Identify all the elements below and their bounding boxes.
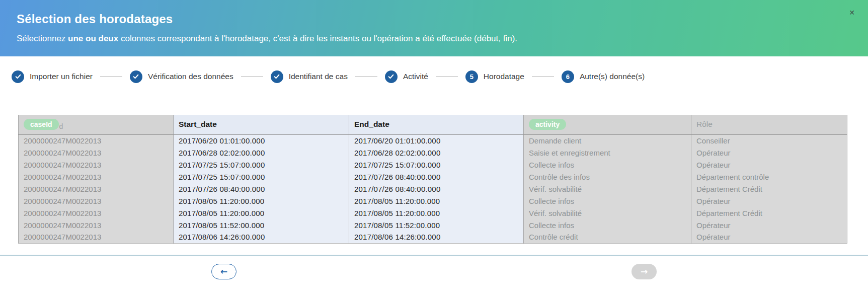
step-number-indicator: 6	[562, 70, 574, 83]
table-cell-caseid: 2000000247M0022013	[19, 195, 174, 207]
table-cell-start-date: 2017/08/05 11:20:00.000	[174, 195, 349, 207]
table-cell-activity: Contrôle crédit	[524, 231, 691, 243]
table-cell-role: Opérateur	[691, 219, 847, 231]
table-cell-end-date: 2017/08/06 14:26:00.000	[349, 231, 524, 243]
dialog-header: Sélection des horodatages Sélectionnez u…	[0, 0, 868, 56]
table-cell-start-date: 2017/07/26 08:40:00.000	[174, 183, 349, 195]
table-cell-activity: Saisie et enregistrement	[524, 146, 691, 159]
stepper-step-4: Activité	[385, 70, 428, 83]
check-icon	[15, 73, 22, 80]
mapping-badge-activity: activity	[529, 119, 566, 130]
mapping-badge-caseid: caseId	[24, 119, 59, 130]
table-row: 2000000247M00220132017/06/20 01:01:00.00…	[19, 134, 847, 146]
stepper-connector	[241, 76, 263, 77]
hidden-column-text: d	[59, 122, 63, 130]
table-cell-activity: Contrôle des infos	[524, 171, 691, 183]
step-label: Identifiant de cas	[289, 72, 348, 81]
column-header-activity[interactable]: activity	[524, 115, 691, 134]
table-row: 2000000247M00220132017/07/25 15:07:00.00…	[19, 159, 847, 171]
table-header-row: caseIddStart_dateEnd_dateactivityRôle	[19, 115, 847, 134]
table-cell-activity: Demande client	[524, 134, 691, 146]
table-row: 2000000247M00220132017/07/26 08:40:00.00…	[19, 183, 847, 195]
table-cell-start-date: 2017/07/25 15:07:00.000	[174, 171, 349, 183]
table-row: 2000000247M00220132017/08/05 11:52:00.00…	[19, 219, 847, 231]
table-cell-activity: Collecte infos	[524, 219, 691, 231]
check-icon	[387, 73, 394, 80]
table-cell-role: Département contrôle	[691, 171, 847, 183]
table-cell-end-date: 2017/06/20 01:01:00.000	[349, 134, 524, 146]
table-row: 2000000247M00220132017/08/05 11:20:00.00…	[19, 207, 847, 219]
step-label: Autre(s) donnée(s)	[580, 72, 645, 81]
stepper-step-2: Vérification des données	[130, 70, 233, 83]
table-cell-end-date: 2017/07/26 08:40:00.000	[349, 183, 524, 195]
step-done-indicator	[12, 70, 24, 83]
stepper-step-5: 5Horodatage	[465, 70, 524, 83]
table-cell-caseid: 2000000247M0022013	[19, 171, 174, 183]
step-label: Vérification des données	[148, 72, 233, 81]
stepper-step-6: 6Autre(s) donnée(s)	[562, 70, 645, 83]
table-cell-end-date: 2017/08/05 11:20:00.000	[349, 195, 524, 207]
table-cell-end-date: 2017/08/05 11:52:00.000	[349, 219, 524, 231]
next-button[interactable]: →	[632, 264, 657, 279]
step-done-indicator	[385, 70, 398, 83]
table-cell-activity: Collecte infos	[524, 195, 691, 207]
column-header-start-date[interactable]: Start_date	[174, 115, 349, 134]
table-cell-start-date: 2017/07/25 15:07:00.000	[174, 159, 349, 171]
table-cell-role: Opérateur	[691, 195, 847, 207]
table-cell-role: Opérateur	[691, 159, 847, 171]
table-cell-caseid: 2000000247M0022013	[19, 207, 174, 219]
timestamp-selection-dialog: Sélection des horodatages Sélectionnez u…	[0, 0, 868, 279]
column-selection-table: caseIddStart_dateEnd_dateactivityRôle200…	[18, 115, 847, 244]
column-header-role[interactable]: Rôle	[691, 115, 847, 134]
table-cell-caseid: 2000000247M0022013	[19, 231, 174, 243]
table-cell-start-date: 2017/08/05 11:20:00.000	[174, 207, 349, 219]
table-cell-caseid: 2000000247M0022013	[19, 183, 174, 195]
column-header-end-date[interactable]: End_date	[349, 115, 524, 134]
stepper-connector	[436, 76, 458, 77]
table-cell-role: Département Crédit	[691, 207, 847, 219]
table-row: 2000000247M00220132017/06/28 02:02:00.00…	[19, 146, 847, 159]
table-cell-activity: Vérif. solvabilité	[524, 183, 691, 195]
page-title: Sélection des horodatages	[17, 12, 868, 26]
table-cell-activity: Collecte infos	[524, 159, 691, 171]
stepper-connector	[100, 76, 122, 77]
table-cell-role: Opérateur	[691, 146, 847, 159]
table-cell-activity: Vérif. solvabilité	[524, 207, 691, 219]
arrow-right-icon: →	[641, 266, 648, 276]
table-row: 2000000247M00220132017/07/25 15:07:00.00…	[19, 171, 847, 183]
step-number-indicator: 5	[465, 70, 478, 83]
table-row: 2000000247M00220132017/08/06 14:26:00.00…	[19, 231, 847, 243]
column-selection-table-wrap: caseIddStart_dateEnd_dateactivityRôle200…	[18, 115, 868, 244]
table-cell-end-date: 2017/07/26 08:40:00.000	[349, 171, 524, 183]
close-icon[interactable]: ✕	[849, 9, 855, 16]
table-cell-caseid: 2000000247M0022013	[19, 134, 174, 146]
table-cell-caseid: 2000000247M0022013	[19, 219, 174, 231]
check-icon	[273, 73, 280, 80]
step-label: Horodatage	[484, 72, 524, 81]
step-label: Importer un fichier	[30, 72, 93, 81]
table-cell-role: Département Crédit	[691, 183, 847, 195]
wizard-stepper: Importer un fichierVérification des donn…	[0, 56, 868, 97]
table-cell-role: Opérateur	[691, 231, 847, 243]
step-done-indicator	[271, 70, 283, 83]
table-cell-start-date: 2017/08/05 11:52:00.000	[174, 219, 349, 231]
check-icon	[132, 73, 139, 80]
table-cell-caseid: 2000000247M0022013	[19, 159, 174, 171]
table-row: 2000000247M00220132017/08/05 11:20:00.00…	[19, 195, 847, 207]
table-cell-start-date: 2017/06/28 02:02:00.000	[174, 146, 349, 159]
stepper-connector	[355, 76, 377, 77]
step-label: Activité	[403, 72, 428, 81]
stepper-step-3: Identifiant de cas	[271, 70, 348, 83]
stepper-connector	[532, 76, 554, 77]
table-cell-caseid: 2000000247M0022013	[19, 146, 174, 159]
column-header-caseid[interactable]: caseIdd	[19, 115, 174, 134]
arrow-left-icon: ←	[220, 266, 227, 276]
table-cell-end-date: 2017/06/28 02:02:00.000	[349, 146, 524, 159]
table-cell-start-date: 2017/08/06 14:26:00.000	[174, 231, 349, 243]
table-cell-start-date: 2017/06/20 01:01:00.000	[174, 134, 349, 146]
back-button[interactable]: ←	[211, 264, 236, 279]
wizard-footer: ← →	[0, 256, 868, 279]
table-cell-end-date: 2017/07/25 15:07:00.000	[349, 159, 524, 171]
dialog-subtitle: Sélectionnez une ou deux colonnes corres…	[17, 34, 868, 44]
table-cell-end-date: 2017/08/05 11:20:00.000	[349, 207, 524, 219]
